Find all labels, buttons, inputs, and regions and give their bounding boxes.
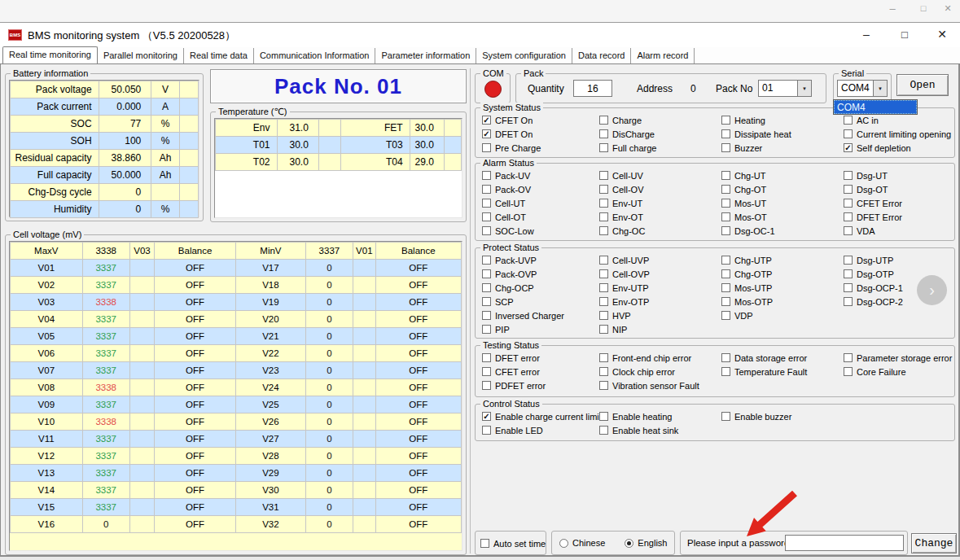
checkbox-icon[interactable] [721, 269, 730, 278]
checkbox-icon[interactable] [599, 212, 608, 221]
checkbox-icon[interactable] [599, 226, 608, 235]
checkbox-icon[interactable] [599, 426, 608, 435]
checkbox-icon[interactable] [482, 143, 491, 152]
checkbox-icon[interactable] [599, 116, 608, 125]
checkbox-dsg-ocp-1[interactable]: Dsg-OCP-1 [844, 282, 903, 293]
serial-port-option[interactable]: COM4 [834, 100, 917, 114]
tab-communication-information[interactable]: Communication Information [254, 48, 376, 63]
checkbox-pdfet-error[interactable]: PDFET error [482, 380, 546, 391]
checkbox-icon[interactable] [599, 256, 608, 265]
checkbox-vdp[interactable]: VDP [721, 310, 773, 321]
checkbox-icon[interactable] [721, 297, 730, 306]
checkbox-heating[interactable]: Heating [721, 115, 791, 125]
checkbox-icon[interactable] [482, 367, 491, 376]
checkbox-mos-ut[interactable]: Mos-UT [721, 198, 775, 208]
checkbox-icon[interactable] [599, 129, 608, 138]
checkbox-icon[interactable] [721, 212, 730, 221]
checkbox-dsg-ut[interactable]: Dsg-UT [844, 170, 902, 181]
checkbox-env-ut[interactable]: Env-UT [599, 198, 645, 208]
checkbox-dsg-ot[interactable]: Dsg-OT [844, 184, 902, 195]
checkbox-icon[interactable] [844, 199, 853, 208]
maximize-button[interactable]: □ [896, 28, 914, 41]
checkbox-cell-uvp[interactable]: Cell-UVP [599, 255, 650, 265]
checkbox-chg-otp[interactable]: Chg-OTP [721, 269, 773, 279]
checkbox-chg-utp[interactable]: Chg-UTP [721, 255, 773, 265]
checkbox-soc-low[interactable]: SOC-Low [482, 225, 534, 236]
checkbox-mos-utp[interactable]: Mos-UTP [721, 282, 773, 293]
next-page-button[interactable]: › [917, 275, 947, 305]
checkbox-pre-charge[interactable]: Pre Charge [482, 142, 541, 153]
checkbox-icon[interactable] [482, 311, 491, 320]
checkbox-icon[interactable] [844, 171, 853, 180]
checkbox-icon[interactable] [844, 129, 853, 138]
checkbox-pack-ovp[interactable]: Pack-OVP [482, 269, 564, 279]
checkbox-core-failure[interactable]: Core Failure [844, 366, 952, 377]
checkbox-dsg-oc-1[interactable]: Dsg-OC-1 [721, 225, 775, 236]
checkbox-icon[interactable] [482, 226, 491, 235]
checkbox-icon[interactable] [599, 325, 608, 334]
checkbox-cfet-on[interactable]: ✓CFET On [482, 115, 541, 125]
checkbox-icon[interactable] [482, 199, 491, 208]
checkbox-chg-ot[interactable]: Chg-OT [721, 184, 775, 195]
checkbox-icon[interactable] [482, 297, 491, 306]
checkbox-icon[interactable] [721, 226, 730, 235]
checkbox-icon[interactable] [721, 171, 730, 180]
checkbox-buzzer[interactable]: Buzzer [721, 142, 791, 153]
checkbox-icon[interactable] [721, 143, 730, 152]
checkbox-parameter-storage-error[interactable]: Parameter storage error [844, 352, 952, 363]
checkbox-icon[interactable] [599, 412, 608, 421]
checkbox-icon[interactable] [599, 311, 608, 320]
chevron-down-icon[interactable]: ▼ [873, 81, 887, 96]
checkbox-icon[interactable] [599, 171, 608, 180]
checkbox-enable-led[interactable]: Enable LED [482, 425, 599, 435]
checkbox-cell-ov[interactable]: Cell-OV [599, 184, 645, 195]
checkbox-icon[interactable] [482, 256, 491, 265]
checkbox-self-depletion[interactable]: ✓Self depletion [844, 142, 951, 153]
checkbox-icon[interactable] [721, 311, 730, 320]
minimize-button[interactable]: – [857, 28, 875, 41]
checkbox-pip[interactable]: PIP [482, 324, 564, 335]
tab-system-configuration[interactable]: System configuration [476, 48, 572, 63]
checkbox-icon[interactable] [482, 171, 491, 180]
checkbox-vibration-sensor-fault[interactable]: Vibration sensor Fault [599, 380, 699, 391]
checkbox-icon[interactable] [844, 297, 853, 306]
checkbox-dissipate-heat[interactable]: Dissipate heat [721, 129, 791, 139]
checkbox-cell-ut[interactable]: Cell-UT [482, 198, 534, 208]
change-button[interactable]: Change [911, 533, 957, 553]
checkbox-icon[interactable] [599, 143, 608, 152]
checkbox-cell-ovp[interactable]: Cell-OVP [599, 269, 650, 279]
checkbox-icon[interactable] [844, 353, 853, 362]
checkbox-icon[interactable] [844, 269, 853, 278]
checkbox-icon[interactable] [599, 185, 608, 194]
radio-chinese[interactable]: Chinese [559, 538, 605, 548]
checkbox-cfet-error[interactable]: CFET Error [844, 198, 902, 208]
checkbox-dsg-otp[interactable]: Dsg-OTP [844, 269, 903, 279]
checkbox-icon[interactable] [844, 256, 853, 265]
checkbox-hvp[interactable]: HVP [599, 310, 650, 321]
checkbox-icon[interactable] [599, 353, 608, 362]
checkbox-current-limiting-opening[interactable]: Current limiting opening [844, 129, 951, 139]
checkbox-icon[interactable] [721, 412, 730, 421]
tab-alarm-record[interactable]: Alarm record [631, 48, 695, 63]
checkbox-icon[interactable] [482, 185, 491, 194]
checkbox-icon[interactable] [844, 212, 853, 221]
checkbox-icon[interactable] [482, 212, 491, 221]
tab-parallel-monitoring[interactable]: Parallel monitoring [98, 48, 184, 63]
checkbox-scp[interactable]: SCP [482, 296, 564, 307]
checkbox-clock-chip-error[interactable]: Clock chip error [599, 366, 699, 377]
checkbox-icon[interactable] [721, 256, 730, 265]
chevron-down-icon[interactable]: ▼ [797, 81, 811, 96]
checkbox-icon[interactable] [599, 367, 608, 376]
checkbox-front-end-chip-error[interactable]: Front-end chip error [599, 352, 699, 363]
tab-data-record[interactable]: Data record [572, 48, 631, 63]
tab-parameter-information[interactable]: Parameter information [375, 48, 476, 63]
checkbox-enable-buzzer[interactable]: Enable buzzer [721, 411, 791, 422]
checkbox-dfet-error[interactable]: DFET error [482, 352, 546, 363]
checkbox-env-utp[interactable]: Env-UTP [599, 282, 650, 293]
checkbox-pack-ov[interactable]: Pack-OV [482, 184, 534, 195]
outer-close-icon[interactable]: ✕ [940, 3, 956, 14]
checkbox-enable-charge-current-limi[interactable]: ✓Enable charge current limi [482, 411, 599, 422]
checkbox-nip[interactable]: NIP [599, 324, 650, 335]
checkbox-icon[interactable] [482, 426, 491, 435]
checkbox-icon[interactable] [482, 269, 491, 278]
